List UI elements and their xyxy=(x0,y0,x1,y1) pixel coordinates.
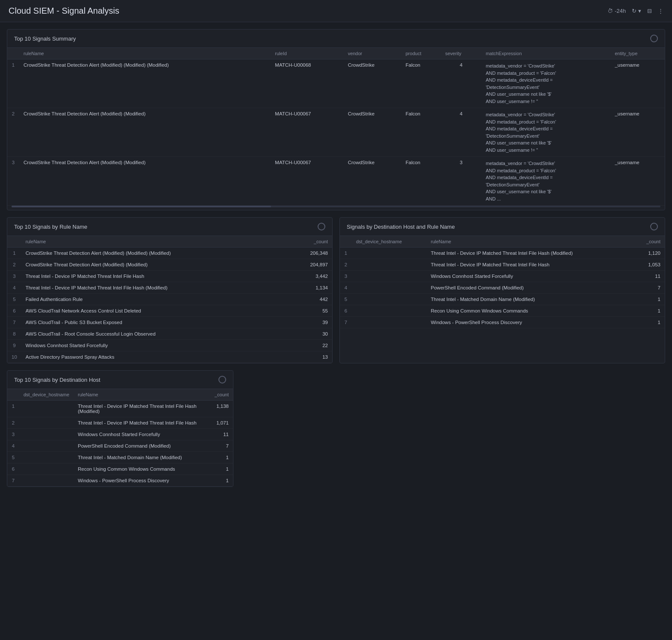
row-num: 2 xyxy=(7,417,19,429)
top10-summary-panel: Top 10 Signals Summary ruleName ruleId v… xyxy=(7,29,665,210)
col-count[interactable]: _count xyxy=(210,389,233,401)
row-num: 7 xyxy=(7,317,21,328)
table-row[interactable]: 3 Windows Connhost Started Forcefully 11 xyxy=(7,429,233,440)
table-row[interactable]: 4 PowerShell Encoded Command (Modified) … xyxy=(340,282,665,294)
entity-type-cell: _username xyxy=(610,59,665,108)
row-num: 8 xyxy=(7,328,21,340)
filter-icon[interactable]: ⊟ xyxy=(647,8,652,14)
middle-panels-row: Top 10 Signals by Rule Name ruleName _co… xyxy=(7,217,665,363)
rule-panel-icon[interactable] xyxy=(318,223,325,230)
refresh-control[interactable]: ↻ ▾ xyxy=(632,8,641,14)
top10-dst-table: dst_device_hostname ruleName _count 1 Th… xyxy=(7,389,233,487)
rule-name-cell: AWS CloudTrail - Public S3 Bucket Expose… xyxy=(21,317,287,328)
dst-cell xyxy=(19,463,74,475)
table-row[interactable]: 2 CrowdStrike Threat Detection Alert (Mo… xyxy=(7,108,665,157)
table-row[interactable]: 6 Recon Using Common Windows Commands 1 xyxy=(7,463,233,475)
rule-header-row: ruleName _count xyxy=(7,236,332,248)
table-row[interactable]: 10 Active Directory Password Spray Attac… xyxy=(7,351,332,363)
col-severity[interactable]: severity xyxy=(441,48,481,59)
top10-dst-panel: Top 10 Signals by Destination Host dst_d… xyxy=(7,370,233,487)
col-count[interactable]: _count xyxy=(287,236,332,248)
table-row[interactable]: 3 Windows Connhost Started Forcefully 11 xyxy=(340,271,665,282)
count-cell: 1,071 xyxy=(210,417,233,429)
table-row[interactable]: 1 CrowdStrike Threat Detection Alert (Mo… xyxy=(7,248,332,259)
col-matchexpr[interactable]: matchExpression xyxy=(481,48,610,59)
dst-rule-header-row: dst_device_hostname ruleName _count xyxy=(340,236,665,248)
count-cell: 7 xyxy=(210,440,233,452)
row-num: 3 xyxy=(340,271,352,282)
time-icon: ⏱ xyxy=(607,8,613,14)
col-product[interactable]: product xyxy=(401,48,441,59)
summary-header-row: ruleName ruleId vendor product severity … xyxy=(7,48,665,59)
col-num xyxy=(340,236,352,248)
rule-id-cell: MATCH-U00067 xyxy=(271,108,343,157)
rule-name-cell: Threat Intel - Matched Domain Name (Modi… xyxy=(427,294,634,305)
dst-cell xyxy=(19,452,74,463)
row-num: 6 xyxy=(7,305,21,317)
rule-name-cell: Threat Intel - Device IP Matched Threat … xyxy=(427,259,634,271)
time-range-control[interactable]: ⏱ -24h xyxy=(607,8,626,14)
dst-rule-panel-icon[interactable] xyxy=(650,223,658,230)
table-row[interactable]: 8 AWS CloudTrail - Root Console Successf… xyxy=(7,328,332,340)
table-row[interactable]: 6 Recon Using Common Windows Commands 1 xyxy=(340,305,665,317)
table-row[interactable]: 5 Failed Authentication Rule 442 xyxy=(7,294,332,305)
table-row[interactable]: 7 Windows - PowerShell Process Discovery… xyxy=(340,317,665,328)
rule-name-cell: Active Directory Password Spray Attacks xyxy=(21,351,287,363)
rule-name-cell: Failed Authentication Rule xyxy=(21,294,287,305)
top10-rule-title: Top 10 Signals by Rule Name xyxy=(14,224,87,230)
col-dst[interactable]: dst_device_hostname xyxy=(352,236,427,248)
col-dst[interactable]: dst_device_hostname xyxy=(19,389,74,401)
rule-name-cell: CrowdStrike Threat Detection Alert (Modi… xyxy=(19,59,271,108)
table-row[interactable]: 2 Threat Intel - Device IP Matched Threa… xyxy=(7,417,233,429)
row-num: 4 xyxy=(340,282,352,294)
table-row[interactable]: 2 Threat Intel - Device IP Matched Threa… xyxy=(340,259,665,271)
table-row[interactable]: 4 Threat Intel - Device IP Matched Threa… xyxy=(7,282,332,294)
table-row[interactable]: 7 Windows - PowerShell Process Discovery… xyxy=(7,475,233,487)
rule-id-cell: MATCH-U00067 xyxy=(271,157,343,206)
count-cell: 1,053 xyxy=(634,259,665,271)
product-cell: Falcon xyxy=(401,59,441,108)
table-row[interactable]: 3 CrowdStrike Threat Detection Alert (Mo… xyxy=(7,157,665,206)
table-row[interactable]: 7 AWS CloudTrail - Public S3 Bucket Expo… xyxy=(7,317,332,328)
refresh-icon: ↻ xyxy=(632,8,637,14)
match-expr-cell: metadata_vendor = 'CrowdStrike'AND metad… xyxy=(481,157,610,206)
dst-cell xyxy=(19,440,74,452)
table-row[interactable]: 1 Threat Intel - Device IP Matched Threa… xyxy=(7,401,233,417)
table-row[interactable]: 2 CrowdStrike Threat Detection Alert (Mo… xyxy=(7,259,332,271)
table-row[interactable]: 5 Threat Intel - Matched Domain Name (Mo… xyxy=(7,452,233,463)
row-num: 1 xyxy=(340,248,352,259)
table-row[interactable]: 6 AWS CloudTrail Network Access Control … xyxy=(7,305,332,317)
col-rulename[interactable]: ruleName xyxy=(427,236,634,248)
dst-rule-table: dst_device_hostname ruleName _count 1 Th… xyxy=(340,236,665,328)
table-row[interactable]: 1 Threat Intel - Device IP Matched Threa… xyxy=(340,248,665,259)
col-vendor[interactable]: vendor xyxy=(344,48,401,59)
col-rulename[interactable]: ruleName xyxy=(19,48,271,59)
rule-name-cell: Threat Intel - Matched Domain Name (Modi… xyxy=(74,452,210,463)
vendor-cell: CrowdStrike xyxy=(344,59,401,108)
more-icon[interactable]: ⋮ xyxy=(658,8,663,14)
row-num: 2 xyxy=(7,108,19,157)
table-row[interactable]: 1 CrowdStrike Threat Detection Alert (Mo… xyxy=(7,59,665,108)
col-rulename[interactable]: ruleName xyxy=(21,236,287,248)
col-num xyxy=(7,389,19,401)
count-cell: 1 xyxy=(634,305,665,317)
col-entitytype[interactable]: entity_type xyxy=(610,48,665,59)
rule-name-cell: Windows Connhost Started Forcefully xyxy=(74,429,210,440)
main-content: Top 10 Signals Summary ruleName ruleId v… xyxy=(0,22,672,494)
col-count[interactable]: _count xyxy=(634,236,665,248)
table-row[interactable]: 5 Threat Intel - Matched Domain Name (Mo… xyxy=(340,294,665,305)
count-cell: 39 xyxy=(287,317,332,328)
summary-scrollbar[interactable] xyxy=(12,206,660,207)
col-rulename[interactable]: ruleName xyxy=(74,389,210,401)
dst-cell xyxy=(352,259,427,271)
dst-cell xyxy=(352,305,427,317)
count-cell: 1,120 xyxy=(634,248,665,259)
top10-rule-table: ruleName _count 1 CrowdStrike Threat Det… xyxy=(7,236,332,363)
count-cell: 11 xyxy=(634,271,665,282)
col-ruleid[interactable]: ruleId xyxy=(271,48,343,59)
dst-panel-icon[interactable] xyxy=(218,376,226,383)
table-row[interactable]: 3 Threat Intel - Device IP Matched Threa… xyxy=(7,271,332,282)
summary-panel-icon[interactable] xyxy=(650,35,658,42)
table-row[interactable]: 4 PowerShell Encoded Command (Modified) … xyxy=(7,440,233,452)
table-row[interactable]: 9 Windows Connhost Started Forcefully 22 xyxy=(7,340,332,351)
